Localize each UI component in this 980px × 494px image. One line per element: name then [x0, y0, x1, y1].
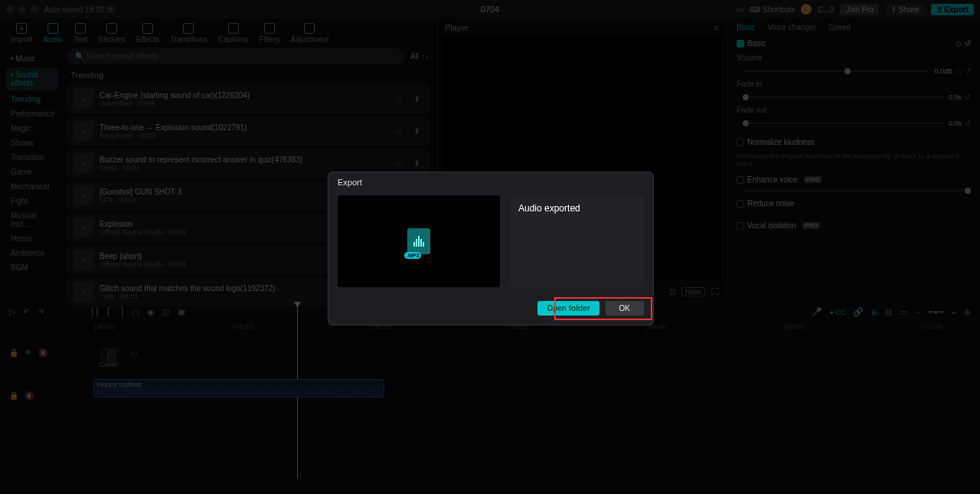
fadeout-slider[interactable] — [743, 123, 942, 124]
search-input[interactable]: 🔍 Search sound effects — [67, 48, 404, 64]
subcategory-magic[interactable]: Magic — [0, 121, 64, 136]
subcategory-musical-inst-[interactable]: Musical Inst... — [0, 208, 64, 231]
media-tab-import[interactable]: Import — [11, 23, 32, 44]
mute-icon[interactable]: 🔇 — [38, 348, 47, 368]
fullscreen-icon[interactable]: ⛶ — [711, 287, 719, 296]
category-sound-effects[interactable]: • Sound effects — [6, 67, 58, 90]
mic-icon[interactable]: 🎤 — [812, 307, 822, 317]
isolation-toggle[interactable] — [737, 222, 744, 230]
join-pro-button[interactable]: Join Pro — [840, 4, 879, 15]
layout-icon[interactable]: ▭ — [737, 5, 743, 14]
sound-title: Car-Engine (starting sound of car)(12262… — [100, 91, 387, 100]
media-tab-stickers[interactable]: Stickers — [98, 23, 126, 44]
subcategory-performance[interactable]: Performance — [0, 106, 64, 121]
enhance-toggle[interactable] — [737, 176, 744, 184]
share-button[interactable]: ⇧ Share — [885, 4, 924, 15]
category-music[interactable]: • Music — [6, 51, 58, 66]
sound-row[interactable]: ♪Three-to-one → Explosion sound(1022791)… — [67, 116, 429, 146]
add-track-icon[interactable]: ▭ — [130, 348, 137, 368]
keyframe-icon[interactable]: ◇ — [956, 39, 962, 47]
reset-icon[interactable]: ↺ — [965, 119, 971, 127]
magnetic-icon[interactable]: ⊞ — [871, 309, 877, 316]
window-traffic-lights[interactable] — [6, 5, 38, 13]
favorite-icon[interactable]: ☆ — [393, 94, 405, 104]
sound-row[interactable]: ♪Car-Engine (starting sound of car)(1226… — [67, 84, 429, 113]
marker-icon[interactable]: ◉ — [147, 307, 155, 317]
reset-icon[interactable]: ↺ — [965, 93, 971, 101]
trim-right-icon[interactable]: ⎤ — [119, 307, 124, 317]
redo-icon[interactable]: ↷ — [38, 307, 44, 317]
open-folder-button[interactable]: Open folder — [537, 301, 599, 316]
download-icon[interactable]: ⬇ — [411, 126, 423, 136]
mp3-file-icon — [407, 228, 430, 254]
zoom-slider[interactable]: ━●━ — [928, 307, 944, 317]
reset-icon[interactable]: ↺ — [965, 39, 971, 47]
scale-icon[interactable]: ⊡ — [669, 287, 675, 296]
prop-tab-speed[interactable]: Speed — [828, 23, 851, 31]
subcategory-bgm[interactable]: BGM — [0, 260, 64, 275]
prop-tab-voice-changer[interactable]: Voice changer — [767, 23, 815, 31]
link-icon[interactable]: 🔗 — [853, 307, 864, 317]
auto-caption[interactable]: ● CC — [830, 309, 846, 316]
enhance-slider[interactable] — [743, 190, 965, 191]
video-clip[interactable] — [107, 350, 116, 362]
zoom-out-icon[interactable]: − — [915, 308, 920, 317]
subcategory-horror[interactable]: Horror — [0, 231, 64, 246]
subcategory-trending[interactable]: Trending — [0, 92, 64, 106]
undo-icon[interactable]: ↶ — [23, 307, 30, 317]
lock-icon[interactable]: 🔒 — [9, 348, 18, 368]
media-tab-audio[interactable]: Audio — [43, 23, 63, 44]
subcategory-mechanical[interactable]: Mechanical — [0, 179, 64, 194]
fadeout-value: 0.0s — [949, 119, 962, 127]
shortcuts-button[interactable]: ⌨ Shortcuts — [750, 5, 795, 14]
media-tab-text[interactable]: Text — [74, 23, 87, 44]
audio-clip[interactable]: Happy Upbeat — [93, 379, 384, 397]
normalize-toggle[interactable] — [737, 139, 744, 146]
volume-slider[interactable] — [743, 70, 928, 72]
media-tab-effects[interactable]: Effects — [136, 23, 159, 44]
subcategory-fight[interactable]: Fight — [0, 194, 64, 208]
preview-icon[interactable]: ▭ — [900, 307, 907, 317]
snap-icon[interactable]: ⊟ — [885, 307, 892, 317]
favorite-icon[interactable]: ☆ — [393, 159, 405, 168]
sort-all[interactable]: All ↑↓ — [410, 52, 429, 61]
ratio-button[interactable]: Ratio — [681, 287, 705, 296]
sound-thumb: ♪ — [74, 153, 93, 173]
delete-icon[interactable]: ▢ — [132, 307, 139, 317]
subcategory-game[interactable]: Game — [0, 165, 64, 179]
lock-icon[interactable]: 🔒 — [9, 391, 18, 400]
mute-icon[interactable]: 🔇 — [24, 391, 34, 400]
zoom-fit-icon[interactable]: ⊕ — [964, 307, 971, 317]
subcategory-transition[interactable]: Transition — [0, 150, 64, 165]
crop-icon[interactable]: ◫ — [162, 307, 170, 317]
sound-title: Three-to-one → Explosion sound(1022791) — [100, 123, 387, 132]
user-name[interactable]: C...0 — [818, 5, 834, 14]
media-tab-captions[interactable]: Captions — [218, 23, 248, 44]
media-tab-adjustment[interactable]: Adjustment — [290, 23, 328, 44]
export-button[interactable]: ⇧ Export — [931, 4, 974, 15]
export-dialog: Export Audio exported Open folder OK — [328, 172, 654, 326]
prop-tab-basic[interactable]: Basic — [737, 23, 755, 31]
player-menu-icon[interactable]: ≡ — [714, 23, 719, 32]
favorite-icon[interactable]: ☆ — [393, 126, 405, 136]
reduce-toggle[interactable] — [737, 200, 744, 208]
trim-left-icon[interactable]: ⎡ — [107, 307, 112, 317]
media-tab-transitions[interactable]: Transitions — [170, 23, 207, 44]
visibility-icon[interactable]: 👁 — [24, 348, 32, 368]
enhance-label: Enhance voice — [747, 175, 798, 184]
download-icon[interactable]: ⬇ — [411, 94, 423, 104]
split-icon[interactable]: ⎮⎮ — [90, 307, 100, 317]
keyframe-icon[interactable]: ◇ — [956, 67, 962, 75]
selection-tool-icon[interactable]: ▷ — [9, 307, 15, 317]
download-icon[interactable]: ⬇ — [411, 159, 423, 168]
record-icon[interactable]: ▣ — [178, 307, 185, 317]
media-tab-filters[interactable]: Filters — [259, 23, 279, 44]
subcategory-ambience[interactable]: Ambience — [0, 246, 64, 260]
reset-icon[interactable]: ↺ — [965, 67, 971, 75]
fadein-slider[interactable] — [743, 97, 942, 98]
avatar[interactable] — [801, 4, 812, 15]
ok-button[interactable]: OK — [606, 301, 644, 316]
basic-toggle[interactable] — [737, 40, 744, 47]
subcategory-shows[interactable]: Shows — [0, 136, 64, 150]
zoom-in-icon[interactable]: + — [952, 308, 956, 317]
